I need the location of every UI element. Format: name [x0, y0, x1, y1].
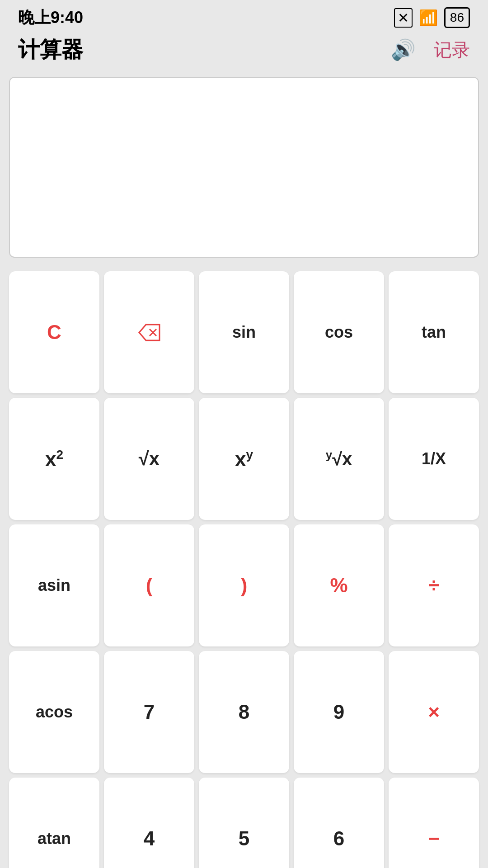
- nine-button[interactable]: 9: [294, 651, 384, 773]
- multiply-button[interactable]: ×: [389, 651, 479, 773]
- app-title: 计算器: [18, 35, 83, 64]
- sqrt-button[interactable]: √x: [104, 398, 194, 520]
- calc-row-5: atan 4 5 6 −: [9, 778, 479, 868]
- calculator-grid: C sin cos tan x2 √x xy y√x 1/X asin (: [0, 267, 488, 868]
- calc-row-4: acos 7 8 9 ×: [9, 651, 479, 773]
- subtract-button[interactable]: −: [389, 778, 479, 868]
- power-label: xy: [235, 448, 253, 471]
- four-button[interactable]: 4: [104, 778, 194, 868]
- header-actions: 🔊 记录: [391, 38, 470, 62]
- battery-icon: 86: [444, 7, 470, 28]
- display-area: [9, 77, 479, 258]
- power-button[interactable]: xy: [199, 398, 289, 520]
- backspace-button[interactable]: [104, 271, 194, 393]
- asin-button[interactable]: asin: [9, 524, 99, 646]
- sqrt-label: √x: [139, 448, 160, 470]
- nth-root-label: y√x: [326, 448, 352, 469]
- calc-row-2: x2 √x xy y√x 1/X: [9, 398, 479, 520]
- seven-button[interactable]: 7: [104, 651, 194, 773]
- status-icons: ✕ 📶 86: [394, 7, 470, 28]
- header: 计算器 🔊 记录: [0, 32, 488, 72]
- clear-button[interactable]: C: [9, 271, 99, 393]
- square-label: x2: [45, 448, 63, 471]
- sound-button[interactable]: 🔊: [391, 38, 416, 61]
- screen-icon: ✕: [394, 8, 413, 28]
- calc-row-3: asin ( ) % ÷: [9, 524, 479, 646]
- divide-button[interactable]: ÷: [389, 524, 479, 646]
- sin-button[interactable]: sin: [199, 271, 289, 393]
- calc-row-1: C sin cos tan: [9, 271, 479, 393]
- cos-button[interactable]: cos: [294, 271, 384, 393]
- percent-button[interactable]: %: [294, 524, 384, 646]
- right-paren-button[interactable]: ): [199, 524, 289, 646]
- five-button[interactable]: 5: [199, 778, 289, 868]
- atan-button[interactable]: atan: [9, 778, 99, 868]
- status-time: 晚上9:40: [18, 7, 83, 29]
- square-button[interactable]: x2: [9, 398, 99, 520]
- wifi-icon: 📶: [419, 9, 438, 27]
- status-bar: 晚上9:40 ✕ 📶 86: [0, 0, 488, 32]
- eight-button[interactable]: 8: [199, 651, 289, 773]
- acos-button[interactable]: acos: [9, 651, 99, 773]
- left-paren-button[interactable]: (: [104, 524, 194, 646]
- tan-button[interactable]: tan: [389, 271, 479, 393]
- record-button[interactable]: 记录: [434, 38, 470, 62]
- nth-root-button[interactable]: y√x: [294, 398, 384, 520]
- six-button[interactable]: 6: [294, 778, 384, 868]
- reciprocal-button[interactable]: 1/X: [389, 398, 479, 520]
